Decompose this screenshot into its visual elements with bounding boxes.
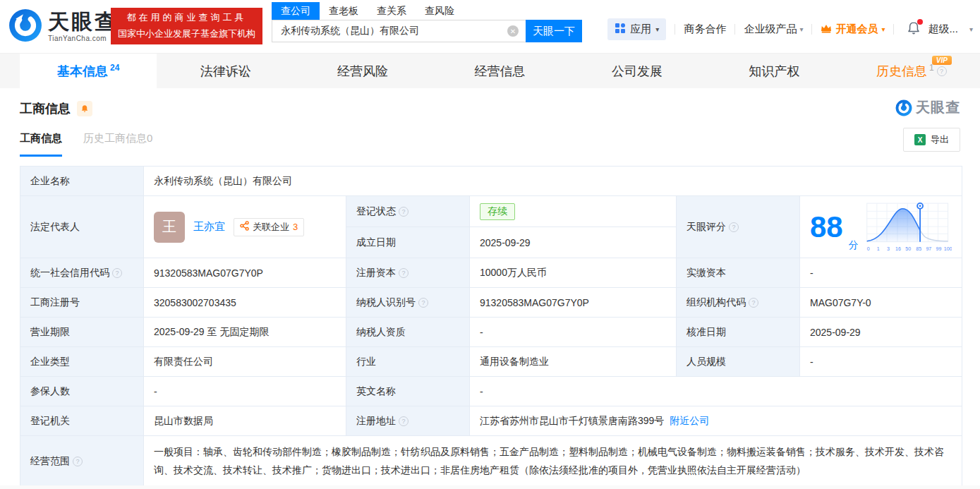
banner-line1: 都在用的商业查询工具 [127, 10, 247, 26]
score-unit: 分 [849, 239, 859, 252]
top-header: 天眼查 TianYanCha.com 都在用的商业查询工具 国家中小企业发展子基… [0, 0, 980, 53]
org-code-label: 组织机构代码? [677, 288, 800, 318]
credit-code-value: 91320583MAG07G7Y0P [144, 258, 346, 288]
paid-capital-value: - [800, 258, 962, 288]
search-tab-risk[interactable]: 查风险 [416, 2, 464, 20]
help-icon[interactable]: ? [418, 298, 428, 308]
chevron-down-icon: ▾ [799, 25, 803, 33]
network-icon [240, 221, 249, 233]
crown-icon [821, 23, 832, 35]
reg-authority-value: 昆山市数据局 [144, 406, 346, 436]
table-row: 参保人数 - 英文名称 - [20, 377, 962, 406]
chevron-down-icon[interactable]: ▾ [969, 25, 973, 33]
subtab-business-info[interactable]: 工商信息 [20, 132, 62, 157]
search-tab-company[interactable]: 查公司 [272, 2, 320, 20]
industry-label: 行业 [346, 347, 470, 377]
notification-bell-icon[interactable] [907, 21, 921, 37]
help-icon[interactable]: ? [112, 268, 122, 278]
section-title: 工商信息 [20, 100, 71, 117]
logo-swirl-icon [8, 8, 42, 45]
score-label: 天眼评分? [677, 196, 800, 258]
staff-size-label: 人员规模 [677, 347, 800, 377]
help-icon[interactable]: ? [749, 298, 758, 308]
tab-label: 公司发展 [612, 63, 663, 80]
table-row: 企业名称 永利传动系统（昆山）有限公司 [20, 167, 962, 196]
svg-text:3: 3 [887, 246, 890, 250]
search-area: 查公司 查老板 查关系 查风险 ✕ 天眼一下 [272, 2, 582, 42]
reg-number-label: 工商注册号 [20, 288, 144, 318]
reg-authority-label: 登记机关 [20, 406, 144, 436]
taxpayer-id-value: 91320583MAG07G7Y0P [470, 288, 677, 318]
tianyancha-logo[interactable]: 天眼查 TianYanCha.com [8, 8, 118, 45]
menu-enterprise-products[interactable]: 企业级产品 ▾ [744, 23, 803, 36]
search-tab-boss[interactable]: 查老板 [320, 2, 368, 20]
industry-value: 通用设备制造业 [470, 347, 677, 377]
tab-legal-litigation[interactable]: 法律诉讼 [157, 54, 294, 88]
label-text: 纳税人识别号 [356, 296, 416, 309]
tab-count: 1 [929, 63, 934, 73]
divider [674, 24, 675, 35]
related-count: 3 [293, 222, 298, 232]
business-term-value: 2025-09-29 至 无固定期限 [144, 318, 346, 347]
score-value: 88 [810, 212, 843, 242]
tab-history-info[interactable]: VIP 历史信息 1 ? [843, 54, 980, 88]
avatar[interactable]: 王 [154, 212, 185, 243]
taxpayer-quality-value: - [470, 318, 677, 347]
watermark-logo: 天眼查 [895, 98, 960, 117]
legal-rep-link[interactable]: 王亦宜 [193, 220, 225, 234]
chevron-down-icon: ▾ [881, 25, 885, 33]
menu-business-cooperation[interactable]: 商务合作 [684, 23, 726, 36]
staff-size-value: - [800, 347, 962, 377]
clear-icon[interactable]: ✕ [507, 25, 519, 37]
reg-capital-label: 注册资本? [346, 258, 470, 288]
score-distribution-chart: 0 1 3 16 50 85 97 99 100 [864, 199, 952, 255]
tab-operation-info[interactable]: 经营信息 [431, 54, 568, 88]
tab-operation-risk[interactable]: 经营风险 [294, 54, 431, 88]
svg-text:85: 85 [916, 246, 921, 250]
reg-number-value: 320583002703435 [144, 288, 346, 318]
search-button[interactable]: 天眼一下 [526, 20, 582, 42]
related-companies-badge[interactable]: 关联企业 3 [234, 218, 304, 236]
tab-basic-info[interactable]: 基本信息 24 [20, 54, 157, 88]
menu-open-vip[interactable]: 开通会员 ▾ [821, 23, 885, 36]
approval-date-value: 2025-09-29 [800, 318, 962, 347]
subtab-history-business-info[interactable]: 历史工商信息0 [83, 132, 152, 157]
help-icon[interactable]: ? [399, 416, 409, 426]
taxpayer-id-label: 纳税人识别号? [346, 288, 470, 318]
company-type-value: 有限责任公司 [144, 347, 346, 377]
export-label: 导出 [931, 133, 949, 146]
related-label: 关联企业 [253, 221, 289, 234]
tab-label: 历史信息 [876, 63, 927, 80]
help-icon[interactable]: ? [729, 222, 739, 232]
business-scope-value: 一般项目：轴承、齿轮和传动部件制造；橡胶制品制造；针纺织品及原料销售；五金产品制… [144, 436, 962, 488]
tab-label: 法律诉讼 [200, 63, 251, 80]
menu-super-vip[interactable]: 超级... [928, 23, 958, 36]
nearby-companies-link[interactable]: 附近公司 [670, 415, 709, 426]
reg-status-value: 存续 [470, 196, 677, 227]
divider [893, 24, 894, 35]
subscribe-bell-icon[interactable] [77, 101, 92, 116]
help-icon[interactable]: ? [937, 66, 947, 76]
business-scope-label: 经营范围? [20, 436, 144, 488]
svg-text:50: 50 [905, 246, 911, 250]
label-text: 统一社会信用代码 [30, 267, 109, 279]
header-menu: 应用 ▾ 商务合作 企业级产品 ▾ 开通会员 ▾ [607, 18, 973, 40]
tab-label: 知识产权 [749, 63, 799, 80]
help-icon[interactable]: ? [399, 268, 409, 278]
tab-company-development[interactable]: 公司发展 [569, 54, 706, 88]
help-icon[interactable]: ? [73, 457, 83, 466]
company-name-label: 企业名称 [20, 167, 144, 196]
label-text: 经营范围 [30, 452, 70, 471]
legal-rep-label: 法定代表人 [20, 196, 144, 258]
apps-menu[interactable]: 应用 ▾ [607, 18, 666, 40]
search-tab-relation[interactable]: 查关系 [368, 2, 416, 20]
help-icon[interactable]: ? [399, 207, 409, 217]
tab-intellectual-property[interactable]: 知识产权 [706, 54, 842, 88]
reg-address-cell: 江苏省苏州市昆山市千灯镇景唐南路399号附近公司 [470, 406, 962, 436]
svg-text:99: 99 [936, 246, 941, 250]
label-text: 天眼评分 [686, 221, 726, 234]
apps-grid-icon [615, 23, 626, 36]
search-input[interactable] [272, 20, 526, 42]
taxpayer-quality-label: 纳税人资质 [346, 318, 470, 347]
export-button[interactable]: X 导出 [903, 128, 960, 152]
